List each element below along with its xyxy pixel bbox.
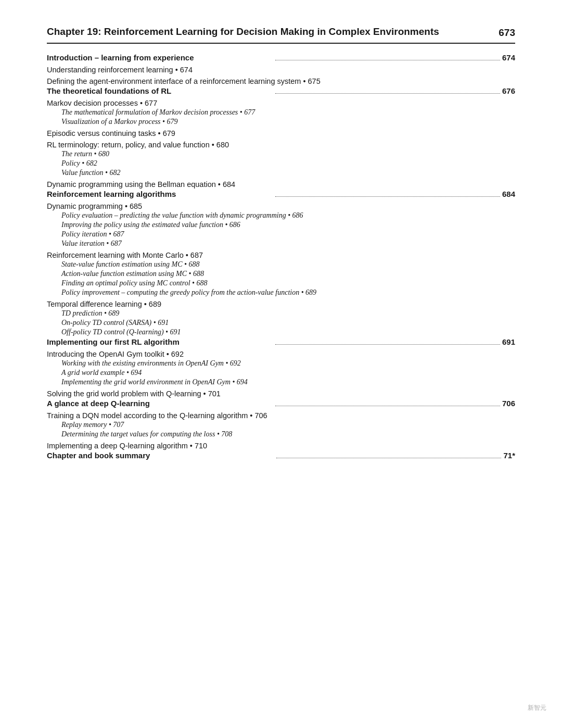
toc-page-34: 706 — [502, 399, 515, 408]
toc-label-8: RL terminology: return, policy, and valu… — [47, 141, 515, 149]
toc-label-34: A glance at deep Q-learning — [47, 399, 273, 408]
toc-item-4: Markov decision processes • 677 — [47, 99, 515, 107]
toc-page-39: 71* — [503, 451, 515, 460]
toc-page-13: 684 — [502, 190, 515, 198]
toc-label-13: Reinforcement learning algorithms — [47, 190, 273, 198]
toc-item-33: Solving the grid world problem with Q-le… — [47, 390, 515, 398]
toc-item-23: Policy improvement – computing the greed… — [47, 288, 515, 297]
toc-label-22: Finding an optimal policy using MC contr… — [61, 279, 515, 287]
toc-item-5: The mathematical formulation of Markov d… — [47, 108, 515, 117]
toc-item-30: Working with the existing environments i… — [47, 359, 515, 368]
toc-label-32: Implementing the grid world environment … — [61, 378, 515, 386]
toc-item-26: On-policy TD control (SARSA) • 691 — [47, 319, 515, 327]
toc-item-21: Action-value function estimation using M… — [47, 270, 515, 278]
toc-dots-34 — [275, 406, 500, 406]
toc-item-14: Dynamic programming • 685 — [47, 202, 515, 210]
toc-page-0: 674 — [502, 53, 515, 62]
toc-item-20: State-value function estimation using MC… — [47, 260, 515, 269]
toc-label-1: Understanding reinforcement learning • 6… — [47, 66, 515, 74]
toc-label-10: Policy • 682 — [61, 159, 515, 168]
toc-label-38: Implementing a deep Q-learning algorithm… — [47, 442, 515, 450]
toc-label-39: Chapter and book summary — [47, 451, 274, 460]
toc-item-6: Visualization of a Markov process • 679 — [47, 118, 515, 126]
toc-label-30: Working with the existing environments i… — [61, 359, 515, 368]
toc-label-9: The return • 680 — [61, 150, 515, 158]
toc-item-1: Understanding reinforcement learning • 6… — [47, 66, 515, 74]
toc-label-19: Reinforcement learning with Monte Carlo … — [47, 251, 515, 259]
toc-label-25: TD prediction • 689 — [61, 309, 515, 318]
toc-item-39: Chapter and book summary71* — [47, 451, 515, 460]
toc-label-7: Episodic versus continuing tasks • 679 — [47, 129, 515, 137]
toc-label-27: Off-policy TD control (Q-learning) • 691 — [61, 328, 515, 336]
toc-label-4: Markov decision processes • 677 — [47, 99, 515, 107]
toc-label-23: Policy improvement – computing the greed… — [61, 288, 515, 297]
toc-item-11: Value function • 682 — [47, 169, 515, 177]
toc-dots-13 — [275, 196, 500, 197]
toc-label-2: Defining the agent-environment interface… — [47, 77, 515, 85]
toc-label-5: The mathematical formulation of Markov d… — [61, 108, 515, 117]
toc-label-3: The theoretical foundations of RL — [47, 86, 273, 95]
chapter-page-number: 673 — [499, 27, 515, 39]
toc-label-36: Replay memory • 707 — [61, 421, 515, 429]
toc-dots-28 — [275, 344, 500, 345]
toc-dots-39 — [276, 458, 502, 458]
toc-dots-0 — [275, 60, 500, 60]
toc-page-28: 691 — [502, 337, 515, 346]
toc-item-34: A glance at deep Q-learning706 — [47, 399, 515, 408]
toc-item-8: RL terminology: return, policy, and valu… — [47, 141, 515, 149]
toc-item-17: Policy iteration • 687 — [47, 230, 515, 239]
toc-item-15: Policy evaluation – predicting the value… — [47, 211, 515, 220]
toc-label-31: A grid world example • 694 — [61, 369, 515, 377]
toc-item-9: The return • 680 — [47, 150, 515, 158]
toc-item-3: The theoretical foundations of RL676 — [47, 86, 515, 96]
toc-label-20: State-value function estimation using MC… — [61, 260, 515, 269]
toc-dots-3 — [275, 93, 500, 94]
toc-label-17: Policy iteration • 687 — [61, 230, 515, 239]
toc-item-22: Finding an optimal policy using MC contr… — [47, 279, 515, 287]
toc-item-38: Implementing a deep Q-learning algorithm… — [47, 442, 515, 450]
toc-label-26: On-policy TD control (SARSA) • 691 — [61, 319, 515, 327]
toc-label-16: Improving the policy using the estimated… — [61, 221, 515, 229]
toc-item-18: Value iteration • 687 — [47, 240, 515, 248]
toc-item-12: Dynamic programming using the Bellman eq… — [47, 180, 515, 189]
toc-item-29: Introducing the OpenAI Gym toolkit • 692 — [47, 350, 515, 358]
toc-item-25: TD prediction • 689 — [47, 309, 515, 318]
toc-item-35: Training a DQN model according to the Q-… — [47, 411, 515, 420]
chapter-title: Chapter 19: Reinforcement Learning for D… — [47, 26, 439, 37]
toc-label-18: Value iteration • 687 — [61, 240, 515, 248]
toc-item-2: Defining the agent-environment interface… — [47, 77, 515, 85]
toc-item-37: Determining the target values for comput… — [47, 430, 515, 438]
toc-item-10: Policy • 682 — [47, 159, 515, 168]
toc-list: Introduction – learning from experience6… — [47, 53, 515, 460]
toc-item-31: A grid world example • 694 — [47, 369, 515, 377]
toc-page-3: 676 — [502, 86, 515, 95]
toc-item-19: Reinforcement learning with Monte Carlo … — [47, 251, 515, 259]
toc-label-35: Training a DQN model according to the Q-… — [47, 411, 515, 420]
toc-item-13: Reinforcement learning algorithms684 — [47, 190, 515, 199]
toc-item-27: Off-policy TD control (Q-learning) • 691 — [47, 328, 515, 336]
chapter-title-block: Chapter 19: Reinforcement Learning for D… — [47, 25, 439, 39]
toc-item-28: Implementing our first RL algorithm691 — [47, 337, 515, 347]
watermark: 新智元 — [528, 704, 546, 712]
toc-item-36: Replay memory • 707 — [47, 421, 515, 429]
toc-item-24: Temporal difference learning • 689 — [47, 300, 515, 308]
toc-label-21: Action-value function estimation using M… — [61, 270, 515, 278]
toc-label-24: Temporal difference learning • 689 — [47, 300, 515, 308]
chapter-header: Chapter 19: Reinforcement Learning for D… — [47, 25, 515, 44]
toc-label-33: Solving the grid world problem with Q-le… — [47, 390, 515, 398]
toc-item-32: Implementing the grid world environment … — [47, 378, 515, 386]
toc-item-7: Episodic versus continuing tasks • 679 — [47, 129, 515, 137]
toc-label-15: Policy evaluation – predicting the value… — [61, 211, 515, 220]
toc-label-29: Introducing the OpenAI Gym toolkit • 692 — [47, 350, 515, 358]
toc-label-14: Dynamic programming • 685 — [47, 202, 515, 210]
toc-label-12: Dynamic programming using the Bellman eq… — [47, 180, 515, 189]
toc-label-11: Value function • 682 — [61, 169, 515, 177]
toc-label-0: Introduction – learning from experience — [47, 53, 273, 62]
toc-item-0: Introduction – learning from experience6… — [47, 53, 515, 62]
toc-label-37: Determining the target values for comput… — [61, 430, 515, 438]
toc-item-16: Improving the policy using the estimated… — [47, 221, 515, 229]
toc-label-28: Implementing our first RL algorithm — [47, 337, 273, 346]
toc-label-6: Visualization of a Markov process • 679 — [61, 118, 515, 126]
